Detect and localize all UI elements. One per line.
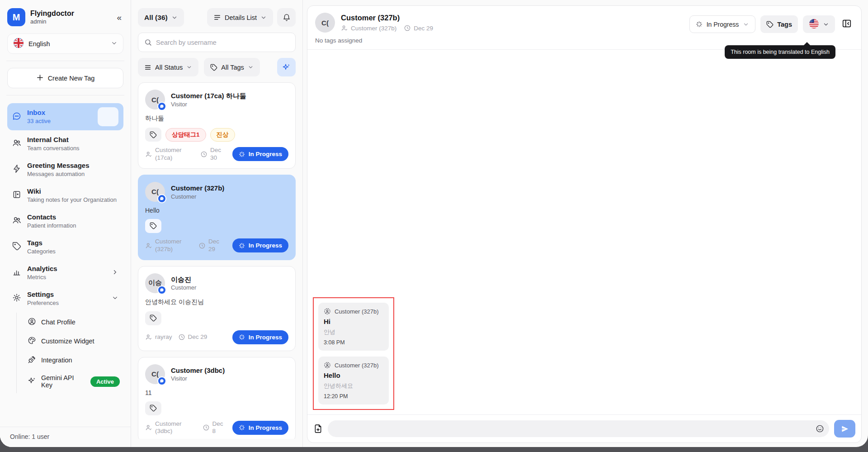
chat-meta-date: Dec 29 xyxy=(404,24,433,32)
smiley-icon xyxy=(816,424,824,433)
chevron-down-icon xyxy=(112,295,118,303)
notifications-button[interactable] xyxy=(277,8,296,27)
status-pill[interactable]: In Progress xyxy=(232,147,288,161)
user-icon xyxy=(145,424,152,431)
chat-title: Customer (327b) xyxy=(341,14,433,22)
nav-sublabel: Metrics xyxy=(27,273,57,281)
messages-area[interactable]: Customer (327b) Hi 안녕 3:08 PM Customer (… xyxy=(307,50,861,414)
conversation-card-selected[interactable]: C( Customer (327b) Customer Hello xyxy=(138,175,296,260)
nav-label: Settings xyxy=(27,290,59,299)
last-message-preview: 11 xyxy=(145,389,288,396)
sidebar-item-inbox[interactable]: Inbox 33 active xyxy=(7,103,123,130)
sidebar-item-settings[interactable]: Settings Preferences xyxy=(7,286,123,311)
status-filter-dropdown[interactable]: All Status xyxy=(138,58,198,76)
sidebar-item-tags[interactable]: Tags Categories xyxy=(7,234,123,259)
status-pill[interactable]: In Progress xyxy=(232,421,288,435)
nav-label: Internal Chat xyxy=(27,135,80,144)
status-pill[interactable]: In Progress xyxy=(232,238,288,252)
search-input[interactable] xyxy=(156,39,289,46)
conversation-card[interactable]: C( Customer (3dbc) Visitor 11 xyxy=(138,357,296,439)
user-icon xyxy=(145,151,152,158)
anonymous-user-icon xyxy=(324,308,331,315)
conversation-card[interactable]: 이승 이승진 Customer 안녕하세요 이승진님 xyxy=(138,266,296,351)
uk-flag-icon xyxy=(13,38,24,50)
message-time: 12:20 PM xyxy=(324,393,383,400)
chat-meta-user: Customer (327b) xyxy=(341,24,396,32)
language-selector[interactable]: English xyxy=(7,33,123,54)
tags-button[interactable]: Tags xyxy=(760,15,798,33)
create-new-tag-button[interactable]: Create New Tag xyxy=(7,68,123,88)
tag-icon-chip[interactable] xyxy=(145,219,161,233)
sidebar-item-customize-widget[interactable]: Customize Widget xyxy=(17,332,123,351)
sidebar-item-integration[interactable]: Integration xyxy=(17,351,123,370)
sidebar-item-chat-profile[interactable]: Chat Profile xyxy=(17,313,123,332)
user-icon xyxy=(145,333,152,341)
room-status-dropdown[interactable]: In Progress xyxy=(689,15,756,33)
conversation-cards: C( Customer (17ca) 하나둘 Visitor 하나둘 xyxy=(138,82,296,439)
sidebar-item-gemini-api-key[interactable]: Gemini API Key Active xyxy=(17,370,123,393)
nav-sublabel: Taking notes for your Organization xyxy=(27,196,117,204)
customer-name: Customer (17ca) 하나둘 xyxy=(171,91,246,100)
message-text: Hi xyxy=(324,318,383,325)
palette-icon xyxy=(28,336,36,346)
online-status: Online: 1 user xyxy=(0,427,131,447)
nav-sublabel: Preferences xyxy=(27,299,59,307)
status-pill[interactable]: In Progress xyxy=(232,330,288,344)
collapse-panel-button[interactable] xyxy=(840,17,854,32)
scope-filter-dropdown[interactable]: All (36) xyxy=(138,8,184,27)
collapse-sidebar-button[interactable]: « xyxy=(115,11,123,24)
tag-pill[interactable]: 상담태그1 xyxy=(165,128,206,142)
nav-label: Wiki xyxy=(27,187,117,196)
message-input-wrap xyxy=(328,420,829,437)
sidebar-item-analytics[interactable]: Analytics Metrics xyxy=(7,260,123,285)
send-icon xyxy=(841,425,849,433)
chevron-down-icon xyxy=(823,21,829,28)
chat-bubble-icon xyxy=(12,112,21,122)
message-time: 3:08 PM xyxy=(324,339,383,346)
tag-pill[interactable]: 진상 xyxy=(210,128,235,142)
tag-icon xyxy=(150,222,157,229)
last-message-preview: Hello xyxy=(145,207,288,214)
ai-filter-button[interactable] xyxy=(277,58,296,76)
spinner-icon xyxy=(239,151,245,157)
message-author: Customer (327b) xyxy=(324,362,383,369)
message-input[interactable] xyxy=(335,425,816,433)
tag-icon-chip[interactable] xyxy=(145,401,161,415)
anonymous-user-icon xyxy=(324,362,331,369)
tag-icon xyxy=(766,21,774,28)
translation-language-dropdown[interactable] xyxy=(803,15,835,33)
spinner-icon xyxy=(239,334,245,340)
chevron-down-icon xyxy=(248,64,254,70)
tag-icon-chip[interactable] xyxy=(145,311,161,325)
sidebar-item-internal-chat[interactable]: Internal Chat Team conversations xyxy=(7,131,123,156)
customer-name: 이승진 xyxy=(171,275,196,284)
nav-sublabel: Patient information xyxy=(27,222,76,230)
sparkles-icon xyxy=(28,376,36,386)
view-mode-dropdown[interactable]: Details List xyxy=(207,8,273,27)
tags-filter-dropdown[interactable]: All Tags xyxy=(204,58,260,76)
nav-sublabel: 33 active xyxy=(27,117,51,125)
sidebar-item-contacts[interactable]: Contacts Patient information xyxy=(7,209,123,233)
conversation-card[interactable]: C( Customer (17ca) 하나둘 Visitor 하나둘 xyxy=(138,82,296,169)
send-button[interactable] xyxy=(834,420,855,438)
message-original-text: 안녕 xyxy=(324,328,383,336)
emoji-button[interactable] xyxy=(816,424,824,433)
tag-icon xyxy=(150,131,157,138)
tag-icon-chip[interactable] xyxy=(145,128,161,142)
sidebar-item-wiki[interactable]: Wiki Taking notes for your Organization xyxy=(7,183,123,208)
clock-icon xyxy=(198,242,206,249)
us-flag-icon xyxy=(809,19,819,30)
plug-icon xyxy=(28,355,36,365)
sidebar-item-greeting-messages[interactable]: Greeting Messages Messages automation xyxy=(7,157,123,182)
no-tags-text: No tags assigned xyxy=(315,37,854,44)
user-icon xyxy=(145,242,152,249)
attach-file-button[interactable] xyxy=(313,424,323,433)
nav-label: Greeting Messages xyxy=(27,161,90,170)
customer-name: Customer (327b) xyxy=(171,184,224,193)
chevron-down-icon xyxy=(111,40,118,48)
zap-icon xyxy=(12,164,21,175)
customer-role: Customer xyxy=(171,193,224,200)
message-composer xyxy=(307,414,861,442)
spinner-icon xyxy=(696,21,703,28)
search-bar xyxy=(138,33,296,52)
